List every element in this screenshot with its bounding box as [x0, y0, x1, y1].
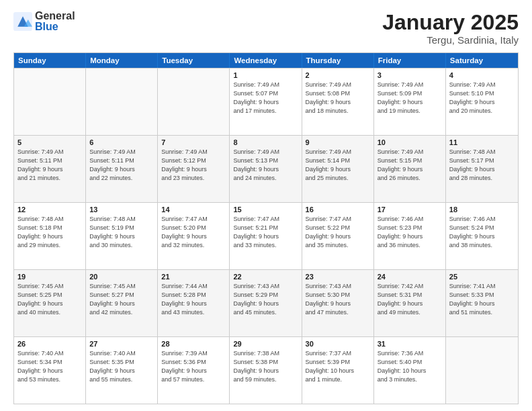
day-number: 14	[161, 205, 226, 214]
day-info: Sunrise: 7:47 AMSunset: 5:21 PMDaylight:…	[233, 215, 298, 250]
calendar-header: SundayMondayTuesdayWednesdayThursdayFrid…	[14, 53, 518, 68]
day-number: 4	[449, 71, 515, 79]
calendar-row: 12Sunrise: 7:48 AMSunset: 5:18 PMDayligh…	[14, 202, 518, 269]
day-number: 21	[161, 273, 226, 281]
day-info: Sunrise: 7:49 AMSunset: 5:11 PMDaylight:…	[89, 148, 154, 183]
day-cell-4: 4Sunrise: 7:49 AMSunset: 5:10 PMDaylight…	[446, 68, 518, 135]
day-cell-23: 23Sunrise: 7:43 AMSunset: 5:30 PMDayligh…	[302, 270, 374, 336]
day-number: 16	[306, 205, 370, 214]
day-cell-15: 15Sunrise: 7:47 AMSunset: 5:21 PMDayligh…	[230, 203, 302, 269]
day-cell-27: 27Sunrise: 7:40 AMSunset: 5:35 PMDayligh…	[86, 337, 158, 404]
calendar-row: 19Sunrise: 7:45 AMSunset: 5:25 PMDayligh…	[14, 269, 518, 336]
day-cell-12: 12Sunrise: 7:48 AMSunset: 5:18 PMDayligh…	[14, 203, 86, 269]
day-number: 15	[233, 205, 298, 214]
day-cell-25: 25Sunrise: 7:41 AMSunset: 5:33 PMDayligh…	[446, 270, 518, 336]
day-number: 7	[161, 138, 226, 146]
header-day-monday: Monday	[86, 53, 158, 68]
empty-cell	[86, 68, 158, 135]
day-info: Sunrise: 7:38 AMSunset: 5:38 PMDaylight:…	[233, 349, 298, 384]
header-day-friday: Friday	[374, 53, 446, 68]
calendar-title: January 2025	[382, 11, 519, 34]
day-cell-26: 26Sunrise: 7:40 AMSunset: 5:34 PMDayligh…	[14, 337, 86, 404]
day-number: 30	[306, 340, 370, 348]
day-info: Sunrise: 7:47 AMSunset: 5:20 PMDaylight:…	[161, 215, 226, 250]
day-number: 5	[17, 138, 82, 146]
day-info: Sunrise: 7:40 AMSunset: 5:35 PMDaylight:…	[89, 349, 154, 384]
day-info: Sunrise: 7:36 AMSunset: 5:40 PMDaylight:…	[378, 349, 442, 384]
header-day-sunday: Sunday	[14, 53, 86, 68]
day-cell-10: 10Sunrise: 7:49 AMSunset: 5:15 PMDayligh…	[374, 136, 446, 202]
day-info: Sunrise: 7:48 AMSunset: 5:18 PMDaylight:…	[17, 215, 82, 250]
day-info: Sunrise: 7:49 AMSunset: 5:07 PMDaylight:…	[233, 81, 298, 116]
day-info: Sunrise: 7:44 AMSunset: 5:28 PMDaylight:…	[161, 282, 226, 317]
day-cell-19: 19Sunrise: 7:45 AMSunset: 5:25 PMDayligh…	[14, 270, 86, 336]
logo-blue-text: Blue	[35, 21, 75, 32]
day-number: 9	[306, 138, 370, 146]
header-day-wednesday: Wednesday	[230, 53, 302, 68]
day-cell-9: 9Sunrise: 7:49 AMSunset: 5:14 PMDaylight…	[302, 136, 374, 202]
day-number: 17	[378, 205, 442, 214]
logo: General Blue	[13, 11, 75, 32]
day-info: Sunrise: 7:47 AMSunset: 5:22 PMDaylight:…	[306, 215, 370, 250]
day-cell-13: 13Sunrise: 7:48 AMSunset: 5:19 PMDayligh…	[86, 203, 158, 269]
day-number: 31	[378, 340, 442, 348]
day-info: Sunrise: 7:39 AMSunset: 5:36 PMDaylight:…	[161, 349, 226, 384]
page-header: General Blue January 2025 Tergu, Sardini…	[13, 11, 519, 46]
day-number: 26	[17, 340, 82, 348]
day-cell-28: 28Sunrise: 7:39 AMSunset: 5:36 PMDayligh…	[158, 337, 230, 404]
title-block: January 2025 Tergu, Sardinia, Italy	[382, 11, 519, 46]
day-number: 27	[89, 340, 154, 348]
day-cell-1: 1Sunrise: 7:49 AMSunset: 5:07 PMDaylight…	[230, 68, 302, 135]
day-cell-29: 29Sunrise: 7:38 AMSunset: 5:38 PMDayligh…	[230, 337, 302, 404]
day-cell-8: 8Sunrise: 7:49 AMSunset: 5:13 PMDaylight…	[230, 136, 302, 202]
calendar-row: 1Sunrise: 7:49 AMSunset: 5:07 PMDaylight…	[14, 68, 518, 135]
day-cell-5: 5Sunrise: 7:49 AMSunset: 5:11 PMDaylight…	[14, 136, 86, 202]
day-number: 24	[378, 273, 442, 281]
day-cell-6: 6Sunrise: 7:49 AMSunset: 5:11 PMDaylight…	[86, 136, 158, 202]
calendar-body: 1Sunrise: 7:49 AMSunset: 5:07 PMDaylight…	[14, 68, 518, 404]
calendar: SundayMondayTuesdayWednesdayThursdayFrid…	[13, 52, 519, 404]
day-cell-20: 20Sunrise: 7:45 AMSunset: 5:27 PMDayligh…	[86, 270, 158, 336]
day-cell-24: 24Sunrise: 7:42 AMSunset: 5:31 PMDayligh…	[374, 270, 446, 336]
day-cell-31: 31Sunrise: 7:36 AMSunset: 5:40 PMDayligh…	[374, 337, 446, 404]
day-info: Sunrise: 7:49 AMSunset: 5:14 PMDaylight:…	[306, 148, 370, 183]
day-number: 11	[449, 138, 515, 146]
logo-icon	[13, 12, 32, 31]
day-number: 12	[17, 205, 82, 214]
day-cell-22: 22Sunrise: 7:43 AMSunset: 5:29 PMDayligh…	[230, 270, 302, 336]
day-number: 25	[449, 273, 515, 281]
day-number: 3	[378, 71, 442, 79]
day-info: Sunrise: 7:46 AMSunset: 5:24 PMDaylight:…	[449, 215, 515, 250]
day-cell-17: 17Sunrise: 7:46 AMSunset: 5:23 PMDayligh…	[374, 203, 446, 269]
day-cell-7: 7Sunrise: 7:49 AMSunset: 5:12 PMDaylight…	[158, 136, 230, 202]
day-info: Sunrise: 7:43 AMSunset: 5:30 PMDaylight:…	[306, 282, 370, 317]
day-cell-30: 30Sunrise: 7:37 AMSunset: 5:39 PMDayligh…	[302, 337, 374, 404]
day-number: 2	[306, 71, 370, 79]
day-cell-2: 2Sunrise: 7:49 AMSunset: 5:08 PMDaylight…	[302, 68, 374, 135]
day-info: Sunrise: 7:37 AMSunset: 5:39 PMDaylight:…	[306, 349, 370, 384]
svg-rect-3	[13, 12, 23, 21]
day-number: 22	[233, 273, 298, 281]
day-info: Sunrise: 7:48 AMSunset: 5:19 PMDaylight:…	[89, 215, 154, 250]
day-info: Sunrise: 7:42 AMSunset: 5:31 PMDaylight:…	[378, 282, 442, 317]
day-number: 20	[89, 273, 154, 281]
day-info: Sunrise: 7:49 AMSunset: 5:12 PMDaylight:…	[161, 148, 226, 183]
empty-cell	[158, 68, 230, 135]
day-number: 8	[233, 138, 298, 146]
day-number: 28	[161, 340, 226, 348]
calendar-row: 26Sunrise: 7:40 AMSunset: 5:34 PMDayligh…	[14, 336, 518, 404]
day-cell-21: 21Sunrise: 7:44 AMSunset: 5:28 PMDayligh…	[158, 270, 230, 336]
header-day-saturday: Saturday	[446, 53, 518, 68]
day-info: Sunrise: 7:49 AMSunset: 5:11 PMDaylight:…	[17, 148, 82, 183]
day-number: 18	[449, 205, 515, 214]
day-info: Sunrise: 7:49 AMSunset: 5:10 PMDaylight:…	[449, 81, 515, 116]
empty-cell	[446, 337, 518, 404]
day-number: 1	[233, 71, 298, 79]
day-number: 23	[306, 273, 370, 281]
day-cell-3: 3Sunrise: 7:49 AMSunset: 5:09 PMDaylight…	[374, 68, 446, 135]
empty-cell	[14, 68, 86, 135]
day-info: Sunrise: 7:46 AMSunset: 5:23 PMDaylight:…	[378, 215, 442, 250]
header-day-thursday: Thursday	[302, 53, 374, 68]
day-info: Sunrise: 7:45 AMSunset: 5:27 PMDaylight:…	[89, 282, 154, 317]
day-info: Sunrise: 7:45 AMSunset: 5:25 PMDaylight:…	[17, 282, 82, 317]
